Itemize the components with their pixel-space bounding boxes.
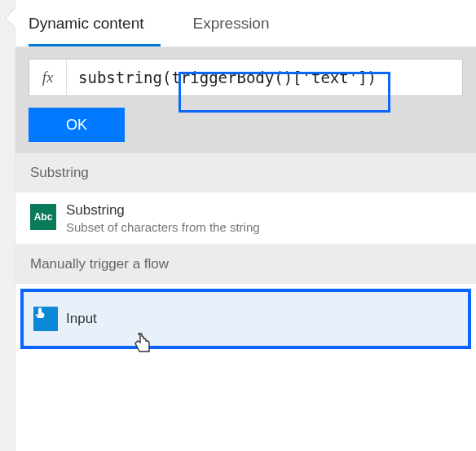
- input-section: Input: [15, 284, 476, 354]
- abc-icon: Abc: [30, 204, 56, 230]
- panel-caret: [6, 8, 15, 28]
- item-title: Substring: [66, 202, 260, 219]
- tab-bar: Dynamic content Expression: [15, 0, 476, 47]
- ok-row: OK: [15, 108, 476, 153]
- tab-dynamic-content[interactable]: Dynamic content: [29, 0, 161, 46]
- input-item-label: Input: [66, 311, 97, 327]
- ok-button[interactable]: OK: [29, 108, 125, 142]
- expression-box: fx substring(triggerBody()['text']): [29, 59, 463, 96]
- touch-icon: [33, 307, 58, 331]
- item-input[interactable]: Input: [20, 289, 471, 349]
- item-substring[interactable]: Abc Substring Subset of characters from …: [15, 192, 476, 245]
- dynamic-content-panel: Dynamic content Expression fx substring(…: [15, 0, 476, 451]
- fx-icon: fx: [29, 60, 67, 95]
- item-subtitle: Subset of characters from the string: [66, 220, 260, 234]
- section-header-substring: Substring: [15, 153, 476, 192]
- expression-input[interactable]: substring(triggerBody()['text']): [67, 69, 462, 86]
- tab-expression[interactable]: Expression: [193, 0, 286, 46]
- expression-row: fx substring(triggerBody()['text']): [15, 47, 476, 108]
- item-text: Substring Subset of characters from the …: [66, 202, 260, 234]
- section-header-manual-trigger: Manually trigger a flow: [15, 245, 476, 284]
